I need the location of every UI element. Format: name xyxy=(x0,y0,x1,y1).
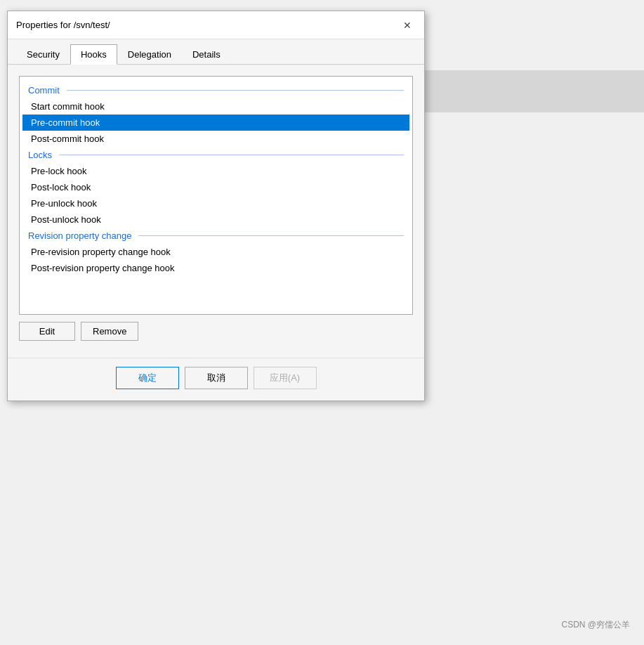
list-item-post-rev-prop[interactable]: Post-revision property change hook xyxy=(22,260,409,276)
cancel-button[interactable]: 取消 xyxy=(185,367,248,389)
remove-button[interactable]: Remove xyxy=(81,322,138,341)
tab-bar: Security Hooks Delegation Details xyxy=(8,39,424,65)
list-item-post-unlock[interactable]: Post-unlock hook xyxy=(22,211,409,228)
list-item-pre-rev-prop[interactable]: Pre-revision property change hook xyxy=(22,244,409,260)
group-header-commit: Commit xyxy=(22,82,409,98)
list-item-pre-unlock[interactable]: Pre-unlock hook xyxy=(22,195,409,211)
action-buttons: Edit Remove xyxy=(19,322,413,346)
confirm-button[interactable]: 确定 xyxy=(116,367,179,389)
hooks-list[interactable]: Commit Start commit hook Pre-commit hook… xyxy=(19,76,413,315)
list-item-post-commit[interactable]: Post-commit hook xyxy=(22,131,409,147)
close-button[interactable]: ✕ xyxy=(399,17,416,34)
dialog-title: Properties for /svn/test/ xyxy=(16,20,110,30)
tab-delegation[interactable]: Delegation xyxy=(117,44,182,65)
watermark: CSDN @穷儒公羊 xyxy=(561,619,630,631)
list-item-start-commit[interactable]: Start commit hook xyxy=(22,98,409,115)
dialog-footer: 确定 取消 应用(A) xyxy=(8,358,424,400)
tab-security[interactable]: Security xyxy=(16,44,70,65)
dialog-content: Commit Start commit hook Pre-commit hook… xyxy=(8,65,424,358)
properties-dialog: Properties for /svn/test/ ✕ Security Hoo… xyxy=(7,11,425,401)
list-item-post-lock[interactable]: Post-lock hook xyxy=(22,179,409,195)
tab-hooks[interactable]: Hooks xyxy=(70,44,117,65)
apply-button[interactable]: 应用(A) xyxy=(254,367,317,389)
group-header-locks: Locks xyxy=(22,147,409,163)
dialog-titlebar: Properties for /svn/test/ ✕ xyxy=(8,11,424,39)
tab-details[interactable]: Details xyxy=(182,44,231,65)
list-item-pre-lock[interactable]: Pre-lock hook xyxy=(22,163,409,179)
edit-button[interactable]: Edit xyxy=(19,322,75,341)
list-item-pre-commit[interactable]: Pre-commit hook xyxy=(22,115,409,131)
group-header-rev-prop: Revision property change xyxy=(22,228,409,244)
